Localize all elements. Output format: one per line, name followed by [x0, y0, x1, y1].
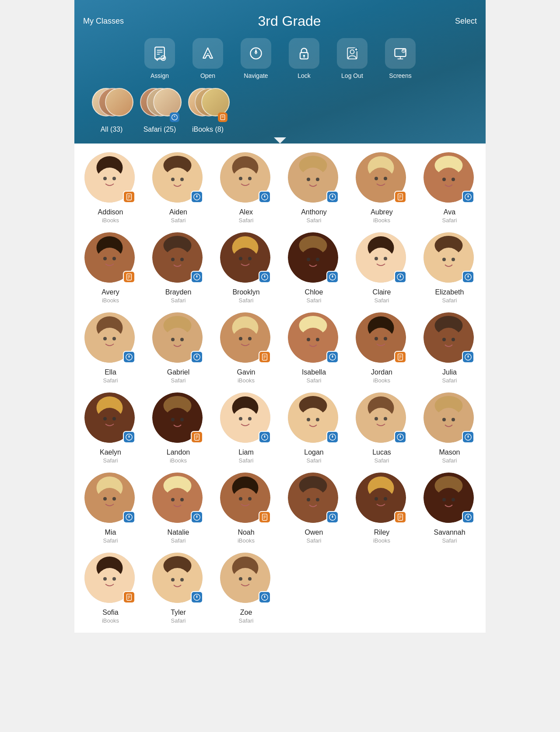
student-card[interactable]: Brayden Safari [147, 232, 210, 304]
student-card[interactable]: Tyler Safari [147, 553, 210, 624]
svg-point-119 [399, 277, 401, 278]
svg-point-246 [239, 497, 242, 501]
student-card[interactable]: Landon iBooks [147, 392, 210, 464]
student-card[interactable]: Liam Safari [214, 392, 278, 464]
student-card[interactable]: Noah iBooks [214, 473, 278, 544]
toolbar-lock[interactable]: Lock [280, 38, 328, 79]
svg-point-272 [442, 498, 446, 501]
student-card[interactable]: Zoe Safari [214, 553, 278, 624]
toolbar-open[interactable]: Open [184, 38, 232, 79]
filter-all[interactable]: All (33) [92, 88, 131, 138]
student-card[interactable]: Alex Safari [214, 152, 278, 224]
student-card[interactable]: Claire Safari [350, 232, 413, 304]
lock-label: Lock [298, 72, 311, 79]
student-card[interactable]: Jordan iBooks [350, 312, 413, 384]
student-name: Liam [238, 448, 254, 456]
student-card[interactable]: Mason Safari [418, 392, 481, 464]
svg-point-189 [171, 418, 175, 421]
navigate-label: Navigate [244, 72, 268, 79]
svg-point-143 [196, 357, 197, 358]
filter-safari[interactable]: Safari (25) [140, 88, 179, 138]
student-app: iBooks [373, 537, 390, 544]
student-card[interactable]: Gabriel Safari [147, 312, 210, 384]
svg-point-206 [307, 418, 310, 421]
student-card[interactable]: Sofia iBooks [79, 553, 142, 624]
toolbar: Assign Open Navigate [83, 38, 477, 79]
student-avatar-wrap [84, 232, 137, 285]
student-name: Claire [373, 288, 391, 296]
student-grid: Addison iBooks Aiden Safari [74, 144, 486, 633]
filter-safari-label: Safari (25) [144, 126, 176, 133]
safari-badge [123, 431, 135, 443]
student-card[interactable]: Addison iBooks [79, 152, 142, 224]
student-card[interactable]: Mia Safari [79, 473, 142, 544]
filter-ibooks[interactable]: iBooks (8) [188, 88, 228, 138]
student-card[interactable]: Brooklyn Safari [214, 232, 278, 304]
student-avatar-wrap [84, 473, 137, 525]
svg-point-33 [112, 177, 116, 180]
toolbar-navigate[interactable]: Navigate [232, 38, 280, 79]
student-name: Mia [105, 529, 116, 536]
toolbar-logout[interactable]: Log Out [328, 38, 376, 79]
screens-icon-wrap [385, 38, 416, 69]
student-avatar-wrap [220, 232, 273, 285]
ibooks-badge [259, 351, 271, 363]
student-app: Safari [374, 297, 389, 304]
student-app: Safari [442, 217, 457, 224]
student-name: Brooklyn [232, 288, 259, 296]
student-app: Safari [307, 377, 322, 384]
toolbar-screens[interactable]: Screens [376, 38, 424, 79]
safari-badge [326, 511, 339, 523]
student-card[interactable]: Aiden Safari [147, 152, 210, 224]
student-card[interactable]: Ava Safari [418, 152, 481, 224]
student-avatar-wrap [424, 232, 476, 285]
navigate-icon-wrap [241, 38, 271, 69]
svg-point-298 [248, 577, 252, 581]
student-app: iBooks [102, 217, 119, 224]
assign-icon [152, 46, 168, 61]
student-app: Safari [239, 457, 254, 464]
student-app: Safari [239, 217, 254, 224]
student-card[interactable]: Savannah Safari [418, 473, 481, 544]
safari-badge [123, 351, 135, 363]
student-avatar-wrap [84, 553, 137, 605]
student-name: Mason [439, 448, 460, 456]
svg-point-174 [452, 338, 455, 341]
select-button[interactable]: Select [455, 17, 477, 26]
student-name: Natalie [168, 529, 189, 536]
student-card[interactable]: Julia Safari [418, 312, 481, 384]
student-card[interactable]: Lucas Safari [350, 392, 413, 464]
student-card[interactable]: Elizabeth Safari [418, 232, 481, 304]
svg-point-111 [332, 277, 333, 278]
svg-point-41 [171, 178, 175, 181]
student-app: Safari [307, 457, 322, 464]
screens-label: Screens [389, 72, 411, 79]
student-card[interactable]: Chloe Safari [282, 232, 346, 304]
student-app: Safari [442, 537, 457, 544]
svg-point-140 [180, 338, 184, 341]
student-name: Kaelyn [100, 448, 121, 456]
student-card[interactable]: Owen Safari [282, 473, 346, 544]
student-card[interactable]: Logan Safari [282, 392, 346, 464]
student-card[interactable]: Aubrey iBooks [350, 152, 413, 224]
svg-marker-25 [174, 115, 175, 117]
student-card[interactable]: Anthony Safari [282, 152, 346, 224]
student-card[interactable]: Gavin iBooks [214, 312, 278, 384]
svg-point-280 [103, 577, 107, 581]
student-card[interactable]: Riley iBooks [350, 473, 413, 544]
student-avatar-wrap [288, 152, 340, 205]
svg-point-297 [239, 577, 242, 581]
student-card[interactable]: Avery iBooks [79, 232, 142, 304]
back-button[interactable]: My Classes [83, 17, 124, 26]
student-avatar-wrap [152, 312, 205, 365]
student-card[interactable]: Kaelyn Safari [79, 392, 142, 464]
svg-point-139 [171, 338, 175, 341]
student-card[interactable]: Ella Safari [79, 312, 142, 384]
safari-badge [394, 271, 406, 283]
student-app: Safari [171, 297, 186, 304]
student-app: Safari [239, 617, 254, 624]
student-card[interactable]: Natalie Safari [147, 473, 210, 544]
svg-point-273 [452, 498, 455, 501]
toolbar-assign[interactable]: Assign [136, 38, 184, 79]
student-card[interactable]: Isabella Safari [282, 312, 346, 384]
